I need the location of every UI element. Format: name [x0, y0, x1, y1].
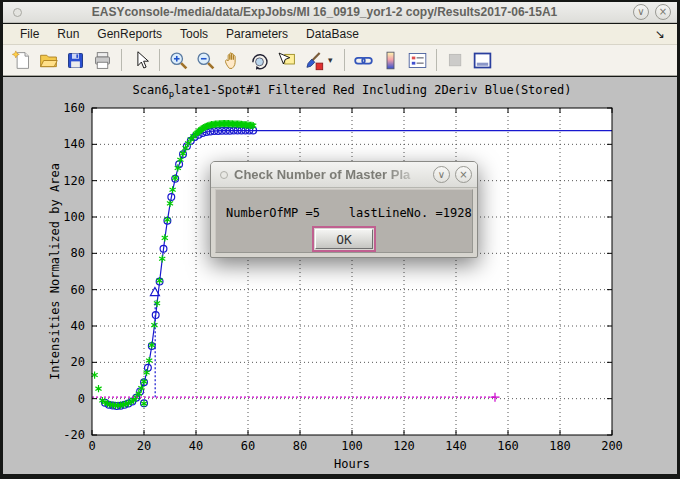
x-tick-label: 200 — [601, 439, 623, 453]
brush-data-button[interactable] — [301, 48, 326, 73]
x-tick-label: 120 — [393, 439, 415, 453]
y-tick-label: 120 — [63, 174, 85, 188]
zoom-in-icon — [168, 50, 189, 71]
plot-title: Scan6plate1-Spot#1 Filtered Red Includin… — [133, 83, 572, 99]
ok-button[interactable]: OK — [312, 226, 376, 252]
dialog-titlebar[interactable]: Check Number of Master Pla ∨ × — [211, 162, 477, 188]
y-tick-label: 140 — [63, 137, 85, 151]
ok-button-label: OK — [315, 229, 373, 249]
brush-dropdown-arrow-icon[interactable]: ▾ — [328, 55, 338, 65]
insert-legend-button[interactable] — [405, 48, 430, 73]
x-tick-label: 80 — [293, 439, 307, 453]
toolbar: ▾ — [3, 45, 677, 76]
print-figure-icon — [92, 50, 113, 71]
y-axis-label: Intensities Normalized by Area — [48, 163, 62, 380]
window-shade-button[interactable]: ∨ — [633, 4, 649, 20]
x-tick-label: 0 — [88, 439, 95, 453]
chevron-down-icon: ∨ — [438, 169, 445, 180]
plot-background — [92, 108, 612, 435]
y-tick-label: 160 — [63, 101, 85, 115]
y-tick-label: 20 — [71, 355, 85, 369]
x-tick-label: 180 — [549, 439, 571, 453]
edit-plot-icon — [130, 50, 151, 71]
dialog-close-button[interactable]: × — [455, 166, 472, 183]
x-tick-label: 40 — [189, 439, 203, 453]
new-figure-button[interactable] — [9, 48, 34, 73]
chevron-down-icon: ∨ — [637, 6, 644, 17]
zoom-in-button[interactable] — [166, 48, 191, 73]
hide-plot-tools-button[interactable] — [443, 48, 468, 73]
check-master-plates-dialog: Check Number of Master Pla ∨ × NumberOfM… — [210, 161, 478, 258]
print-figure-button[interactable] — [90, 48, 115, 73]
data-cursor-icon — [276, 50, 297, 71]
insert-colorbar-button[interactable] — [378, 48, 403, 73]
close-icon: × — [459, 169, 467, 180]
zoom-out-button[interactable] — [193, 48, 218, 73]
show-plot-tools-icon — [472, 50, 493, 71]
open-file-button[interactable] — [36, 48, 61, 73]
data-cursor-button[interactable] — [274, 48, 299, 73]
dialog-body: NumberOfMP =5 lastLineNo. =1928 OK — [215, 189, 473, 253]
rotate-3d-button[interactable] — [247, 48, 272, 73]
dialog-shade-button[interactable]: ∨ — [433, 166, 450, 183]
y-tick-label: -20 — [63, 428, 85, 442]
open-file-icon — [38, 50, 59, 71]
menu-tools[interactable]: Tools — [171, 25, 217, 43]
window-close-button[interactable]: × — [655, 4, 671, 20]
window-title: EASYconsole-/media/data/ExpJobs/MI 16_09… — [22, 5, 627, 19]
x-tick-label: 60 — [241, 439, 255, 453]
figure-canvas: 020406080100120140160180200-200204060801… — [3, 77, 677, 474]
dialog-message: NumberOfMP =5 lastLineNo. =1928 — [226, 206, 472, 220]
show-plot-tools-button[interactable] — [470, 48, 495, 73]
x-tick-label: 100 — [341, 439, 363, 453]
zoom-out-icon — [195, 50, 216, 71]
window-menu-icon[interactable] — [13, 8, 22, 17]
save-figure-icon — [65, 50, 86, 71]
y-tick-label: 80 — [71, 246, 85, 260]
toolbar-separator — [436, 49, 437, 71]
menu-file[interactable]: File — [11, 25, 48, 43]
x-tick-label: 140 — [445, 439, 467, 453]
y-tick-label: 60 — [71, 283, 85, 297]
rotate-3d-icon — [249, 50, 270, 71]
toolbar-separator — [159, 49, 160, 71]
hide-plot-tools-icon — [445, 50, 466, 71]
save-figure-button[interactable] — [63, 48, 88, 73]
link-plot-icon — [353, 50, 374, 71]
menubar: FileRunGenReportsToolsParametersDataBase… — [3, 24, 677, 45]
y-tick-label: 100 — [63, 210, 85, 224]
toolbar-separator — [121, 49, 122, 71]
menu-database[interactable]: DataBase — [297, 25, 368, 43]
dialog-title: Check Number of Master Pla — [234, 167, 428, 182]
toolbar-separator — [344, 49, 345, 71]
link-plot-button[interactable] — [351, 48, 376, 73]
close-icon: × — [659, 6, 667, 17]
pan-icon — [222, 50, 243, 71]
y-tick-label: 0 — [78, 392, 85, 406]
brush-data-icon — [303, 50, 324, 71]
x-tick-label: 20 — [137, 439, 151, 453]
dialog-menu-icon[interactable] — [220, 171, 228, 179]
y-tick-label: 40 — [71, 319, 85, 333]
menu-run[interactable]: Run — [48, 25, 88, 43]
insert-colorbar-icon — [380, 50, 401, 71]
x-tick-label: 160 — [497, 439, 519, 453]
edit-plot-button[interactable] — [128, 48, 153, 73]
dock-figure-arrow-icon[interactable]: ↘ — [651, 27, 669, 41]
growth-curve-plot: 020406080100120140160180200-200204060801… — [3, 77, 677, 474]
x-axis-label: Hours — [334, 457, 370, 471]
new-figure-icon — [11, 50, 32, 71]
menu-parameters[interactable]: Parameters — [217, 25, 297, 43]
window-titlebar[interactable]: EASYconsole-/media/data/ExpJobs/MI 16_09… — [3, 2, 677, 23]
menu-genreports[interactable]: GenReports — [88, 25, 171, 43]
pan-button[interactable] — [220, 48, 245, 73]
insert-legend-icon — [407, 50, 428, 71]
easyconsole-window: EASYconsole-/media/data/ExpJobs/MI 16_09… — [0, 0, 680, 479]
